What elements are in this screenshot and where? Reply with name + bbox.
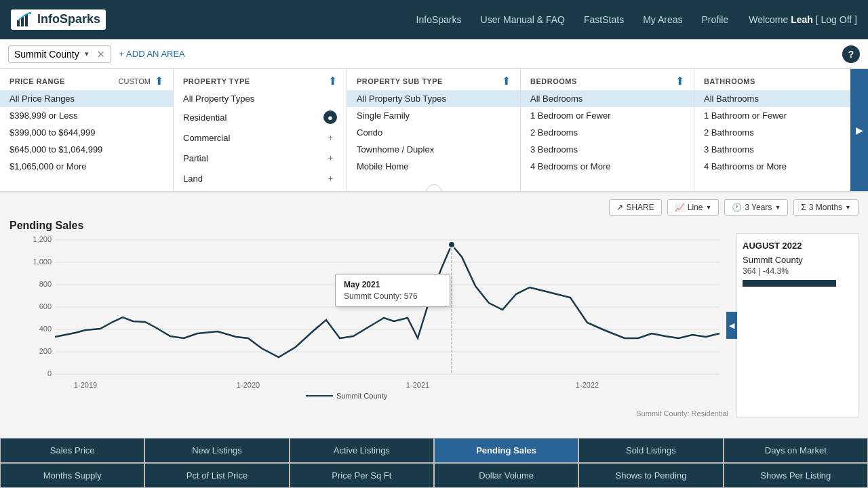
nav-manual[interactable]: User Manual & FAQ bbox=[481, 14, 566, 25]
filter-panel: PRICE RANGE CUSTOM ⬆ All Price Ranges $3… bbox=[0, 69, 868, 192]
bath-4[interactable]: 4 Bathrooms or More bbox=[694, 158, 867, 175]
subtype-all[interactable]: All Property Sub Types bbox=[347, 90, 520, 107]
share-button[interactable]: ↗ SHARE bbox=[609, 199, 661, 216]
subtype-condo[interactable]: Condo bbox=[347, 124, 520, 141]
svg-text:600: 600 bbox=[39, 302, 52, 310]
proptype-residential[interactable]: Residential ● bbox=[174, 107, 347, 127]
price-3[interactable]: $645,000 to $1,064,999 bbox=[0, 141, 173, 158]
price-range-list: All Price Ranges $398,999 or Less $399,0… bbox=[0, 90, 173, 180]
svg-text:1-2019: 1-2019 bbox=[74, 381, 97, 389]
tab-sales-price[interactable]: Sales Price bbox=[0, 438, 144, 463]
tab2-pct-of-list-price[interactable]: Pct of List Price bbox=[144, 463, 289, 488]
area-selector[interactable]: Summit County ▼ ✕ bbox=[8, 45, 111, 63]
chart-line bbox=[55, 245, 719, 357]
price-all[interactable]: All Price Ranges bbox=[0, 90, 173, 107]
tab-sold-listings[interactable]: Sold Listings bbox=[578, 438, 723, 463]
sigma-icon: Σ bbox=[801, 203, 806, 212]
navbar-links: InfoSparks User Manual & FAQ FastStats M… bbox=[416, 14, 729, 25]
proptype-title: PROPERTY TYPE bbox=[183, 77, 250, 85]
bed-all[interactable]: All Bedrooms bbox=[521, 90, 694, 107]
custom-label: CUSTOM bbox=[119, 77, 151, 85]
filter-scroll-right[interactable]: ▶ bbox=[850, 69, 868, 191]
tab2-shows-to-pending[interactable]: Shows to Pending bbox=[578, 463, 723, 488]
years-button[interactable]: 🕐 3 Years ▼ bbox=[724, 199, 788, 216]
tab2-dollar-volume[interactable]: Dollar Volume bbox=[434, 463, 578, 488]
area-caret-icon: ▼ bbox=[83, 50, 90, 58]
months-button[interactable]: Σ 3 Months ▼ bbox=[793, 199, 859, 216]
nav-profile[interactable]: Profile bbox=[702, 14, 729, 25]
svg-text:1,200: 1,200 bbox=[33, 235, 52, 243]
filter-bathrooms: BATHROOMS ⬆ All Bathrooms 1 Bathroom or … bbox=[694, 69, 868, 191]
subtype-title: PROPERTY SUB TYPE bbox=[357, 77, 443, 85]
area-name: Summit County bbox=[14, 49, 79, 60]
line-chart-icon: 📈 bbox=[675, 203, 685, 212]
help-button[interactable]: ? bbox=[842, 45, 860, 63]
navbar: InfoSparks InfoSparks User Manual & FAQ … bbox=[0, 0, 868, 39]
land-icon: ＋ bbox=[323, 171, 337, 185]
bedrooms-list: All Bedrooms 1 Bedroom or Fewer 2 Bedroo… bbox=[521, 90, 694, 180]
filter-price-header: PRICE RANGE CUSTOM ⬆ bbox=[0, 69, 173, 90]
bed-4[interactable]: 4 Bedrooms or More bbox=[521, 158, 694, 175]
price-1[interactable]: $398,999 or Less bbox=[0, 107, 173, 124]
bed-1[interactable]: 1 Bedroom or Fewer bbox=[521, 107, 694, 124]
tab-days-on-market[interactable]: Days on Market bbox=[724, 438, 868, 463]
bathrooms-title: BATHROOMS bbox=[704, 77, 755, 85]
subtype-edit-icon[interactable]: ⬆ bbox=[502, 75, 511, 87]
bed-2[interactable]: 2 Bedrooms bbox=[521, 124, 694, 141]
proptype-commercial[interactable]: Commercial ＋ bbox=[174, 127, 347, 148]
subtype-townhome[interactable]: Townhome / Duplex bbox=[347, 141, 520, 158]
tab2-price-per-sq-ft[interactable]: Price Per Sq Ft bbox=[290, 463, 434, 488]
tab-active-listings[interactable]: Active Listings bbox=[290, 438, 434, 463]
months-caret-icon: ▼ bbox=[845, 204, 851, 211]
svg-text:400: 400 bbox=[39, 325, 52, 333]
filter-bedrooms-header: BEDROOMS ⬆ bbox=[521, 69, 694, 90]
proptype-edit-icon[interactable]: ⬆ bbox=[328, 75, 337, 87]
tab-pending-sales[interactable]: Pending Sales bbox=[434, 438, 578, 463]
proptype-partial[interactable]: Partial ＋ bbox=[174, 148, 347, 168]
add-area-button[interactable]: + ADD AN AREA bbox=[119, 49, 185, 59]
svg-text:0: 0 bbox=[47, 369, 52, 378]
bedrooms-edit-icon[interactable]: ⬆ bbox=[675, 75, 684, 87]
price-4[interactable]: $1,065,000 or More bbox=[0, 158, 173, 175]
svg-text:1,000: 1,000 bbox=[33, 258, 52, 266]
filter-property-type: PROPERTY TYPE ⬆ All Property Types Resid… bbox=[174, 69, 347, 191]
chart-area: ↗ SHARE 📈 Line ▼ 🕐 3 Years ▼ Σ 3 Months … bbox=[0, 192, 868, 443]
subtype-mobile[interactable]: Mobile Home bbox=[347, 158, 520, 175]
tab2-months-supply[interactable]: Months Supply bbox=[0, 463, 144, 488]
proptype-list: All Property Types Residential ● Commerc… bbox=[174, 90, 347, 192]
chart-legend-right: ◀ AUGUST 2022 Summit County 364 | -44.3% bbox=[736, 233, 859, 418]
proptype-all[interactable]: All Property Types bbox=[174, 90, 347, 107]
bath-3[interactable]: 3 Bathrooms bbox=[694, 141, 867, 158]
tab2-shows-per-listing[interactable]: Shows Per Listing bbox=[724, 463, 868, 488]
nav-infosparks[interactable]: InfoSparks bbox=[416, 14, 462, 25]
tabs-row-2: Months SupplyPct of List PricePrice Per … bbox=[0, 463, 868, 488]
filter-bathrooms-header: BATHROOMS ⬆ bbox=[694, 69, 867, 90]
svg-text:1-2020: 1-2020 bbox=[237, 381, 260, 389]
legend-area-name: Summit County bbox=[743, 255, 852, 265]
price-2[interactable]: $399,000 to $644,999 bbox=[0, 124, 173, 141]
filter-subtype-header: PROPERTY SUB TYPE ⬆ bbox=[347, 69, 520, 90]
bath-2[interactable]: 2 Bathrooms bbox=[694, 124, 867, 141]
nav-faststats[interactable]: FastStats bbox=[584, 14, 624, 25]
svg-point-25 bbox=[448, 241, 455, 248]
bed-3[interactable]: 3 Bedrooms bbox=[521, 141, 694, 158]
bathrooms-list: All Bathrooms 1 Bathroom or Fewer 2 Bath… bbox=[694, 90, 867, 180]
subtype-sf[interactable]: Single Family bbox=[347, 107, 520, 124]
tab-new-listings[interactable]: New Listings bbox=[144, 438, 289, 463]
svg-text:1-2021: 1-2021 bbox=[406, 381, 429, 389]
bath-1[interactable]: 1 Bathroom or Fewer bbox=[694, 107, 867, 124]
proptype-land[interactable]: Land ＋ bbox=[174, 168, 347, 188]
legend-nav-left[interactable]: ◀ bbox=[726, 312, 737, 339]
price-range-title: PRICE RANGE bbox=[9, 77, 65, 85]
chart-title: Pending Sales bbox=[9, 220, 859, 232]
years-caret-icon: ▼ bbox=[774, 204, 781, 211]
logo-box: InfoSparks bbox=[11, 9, 106, 30]
filter-price-range: PRICE RANGE CUSTOM ⬆ All Price Ranges $3… bbox=[0, 69, 174, 191]
area-close-icon[interactable]: ✕ bbox=[97, 49, 105, 60]
line-button[interactable]: 📈 Line ▼ bbox=[667, 199, 719, 216]
price-range-edit-icon[interactable]: ⬆ bbox=[155, 75, 163, 87]
svg-rect-2 bbox=[25, 14, 28, 26]
bath-all[interactable]: All Bathrooms bbox=[694, 90, 867, 107]
nav-myareas[interactable]: My Areas bbox=[643, 14, 682, 25]
filter-proptype-header: PROPERTY TYPE ⬆ bbox=[174, 69, 347, 90]
